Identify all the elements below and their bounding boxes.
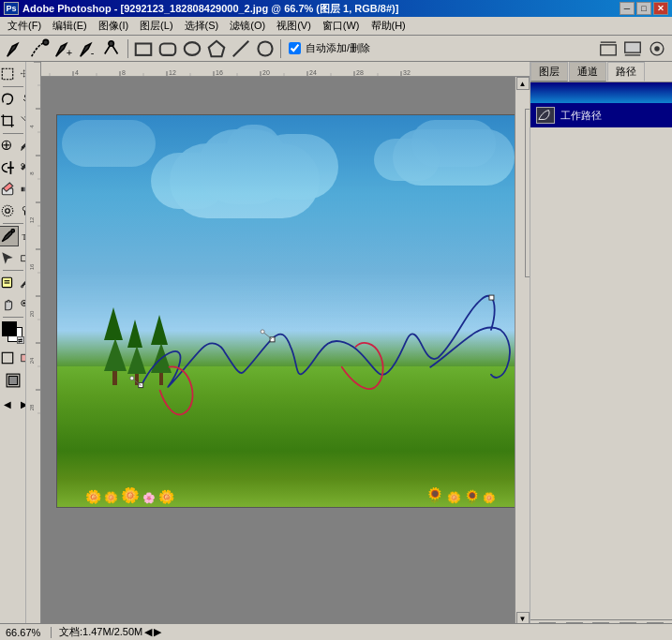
svg-point-30 (5, 209, 9, 214)
auto-add-delete-label: 自动添加/删除 (289, 41, 370, 55)
menu-select[interactable]: 选择(S) (179, 17, 225, 35)
healing-tool[interactable] (0, 136, 19, 156)
gradient-tool[interactable] (20, 179, 27, 200)
canvas-image[interactable]: 🌼 🌼 🌼 🌸 🌼 🌻 🌼 🌻 🌼 (56, 114, 515, 508)
menu-layer[interactable]: 图层(L) (134, 17, 178, 35)
svg-point-33 (11, 230, 14, 232)
line-tool-btn[interactable] (230, 38, 252, 59)
tool-option-2[interactable] (621, 38, 644, 59)
custom-shape-btn[interactable] (254, 38, 276, 59)
lasso-tool[interactable] (0, 89, 19, 110)
svg-rect-75 (26, 62, 41, 640)
svg-rect-48 (8, 376, 17, 384)
svg-rect-4 (136, 43, 152, 54)
menu-filter[interactable]: 滤镜(O) (224, 17, 271, 35)
svg-rect-44 (2, 352, 12, 363)
svg-text:28: 28 (356, 69, 364, 76)
vertical-scrollbar[interactable]: ▲ ▼ (515, 77, 530, 625)
auto-add-checkbox[interactable] (289, 42, 301, 54)
pen-tool[interactable] (0, 226, 19, 246)
tree-1 (104, 307, 127, 385)
crop-tool[interactable] (0, 111, 19, 131)
history-brush-tool[interactable] (20, 157, 27, 178)
tool-group-crop (0, 111, 26, 131)
quick-mask-mode[interactable] (20, 348, 27, 368)
tree-2 (127, 320, 146, 385)
pen-standard-btn[interactable] (4, 38, 26, 59)
v-scroll-thumb[interactable] (525, 109, 530, 277)
paths-panel: 工作路径 (530, 82, 672, 619)
svg-rect-9 (601, 44, 617, 54)
toolbar-separator-1 (127, 39, 128, 58)
title-bar-controls: ─ □ ✕ (620, 2, 668, 15)
svg-text:20: 20 (262, 69, 270, 76)
path-selection-tool[interactable] (0, 247, 19, 268)
tool-separator-4 (3, 270, 23, 271)
menu-file[interactable]: 文件(F) (2, 17, 47, 35)
maximize-button[interactable]: □ (636, 2, 651, 15)
title-bar-left: Ps Adobe Photoshop - [9292123_1828084290… (4, 2, 398, 16)
add-anchor-btn[interactable]: + (52, 38, 75, 59)
nav-next-btn[interactable]: ▶ (154, 626, 161, 638)
swap-colors-icon[interactable]: ⇄ (17, 336, 24, 344)
tab-layers[interactable]: 图层 (530, 62, 568, 82)
eraser-tool[interactable] (0, 179, 19, 200)
tab-channels[interactable]: 通道 (569, 62, 606, 82)
nav-prev-btn[interactable]: ◀ (144, 626, 152, 638)
ellipse-tool-btn[interactable] (181, 38, 203, 59)
hand-tool[interactable] (0, 294, 19, 315)
status-bar: 66.67% 文档:1.47M/2.50M ◀ ▶ (0, 623, 672, 640)
tool-group-hand (0, 294, 26, 315)
polygon-tool-btn[interactable] (205, 38, 228, 59)
tab-paths[interactable]: 路径 (607, 62, 645, 82)
menu-edit[interactable]: 编辑(E) (47, 17, 93, 35)
zoom-tool[interactable] (20, 294, 27, 315)
menu-help[interactable]: 帮助(H) (366, 17, 411, 35)
minimize-button[interactable]: ─ (620, 2, 635, 15)
title-bar: Ps Adobe Photoshop - [9292123_1828084290… (0, 0, 672, 17)
svg-text:16: 16 (29, 263, 35, 270)
notes-tool[interactable] (0, 273, 19, 293)
rounded-rect-btn[interactable] (157, 38, 179, 59)
dodge-tool[interactable] (20, 201, 27, 221)
rectangle-tool-btn[interactable] (132, 38, 155, 59)
delete-anchor-btn[interactable]: - (77, 38, 99, 59)
work-path-item[interactable]: 工作路径 (530, 103, 672, 127)
scroll-up-btn[interactable]: ▲ (516, 77, 530, 90)
tool-separator-3 (3, 223, 23, 224)
canvas-image-container: 🌼 🌼 🌼 🌸 🌼 🌻 🌼 🌻 🌼 (56, 114, 515, 508)
paths-panel-empty (530, 127, 672, 409)
tool-group-notes (0, 273, 26, 293)
next-tool-btn[interactable]: ▶ (20, 394, 27, 414)
tool-group-nav: ◀ ▶ (0, 394, 26, 414)
menu-view[interactable]: 视图(V) (271, 17, 317, 35)
svg-text:4: 4 (75, 69, 79, 76)
eyedropper-tool[interactable] (20, 273, 27, 293)
convert-point-btn[interactable] (101, 38, 124, 59)
tool-group-lasso (0, 89, 26, 110)
ruler-horizontal: 4 8 12 16 20 24 28 32 (26, 62, 530, 77)
foreground-color-swatch[interactable] (2, 321, 17, 336)
menu-window[interactable]: 窗口(W) (317, 17, 366, 35)
slice-tool[interactable] (20, 111, 27, 131)
move-tool[interactable] (20, 64, 27, 84)
pen-freeform-btn[interactable] (28, 38, 51, 59)
panel-tabs: 图层 通道 路径 (530, 62, 672, 82)
blur-tool[interactable] (0, 201, 19, 221)
path-thumbnail (536, 107, 555, 124)
screen-mode-btn[interactable] (2, 370, 24, 391)
tool-option-3[interactable] (646, 38, 668, 59)
svg-line-8 (233, 40, 249, 56)
brush-tool[interactable] (20, 136, 27, 156)
prev-tool-btn[interactable]: ◀ (0, 394, 19, 414)
magic-wand-tool[interactable] (20, 89, 27, 110)
marquee-tool[interactable] (0, 64, 19, 84)
tool-option-1[interactable] (597, 38, 620, 59)
clone-stamp-tool[interactable] (0, 157, 19, 178)
menu-image[interactable]: 图像(I) (93, 17, 134, 35)
standard-mode[interactable] (0, 348, 19, 368)
close-button[interactable]: ✕ (653, 2, 668, 15)
text-tool[interactable]: T (20, 226, 27, 246)
color-swatches[interactable]: ⇄ (2, 321, 24, 344)
shape-tool[interactable] (20, 247, 27, 268)
